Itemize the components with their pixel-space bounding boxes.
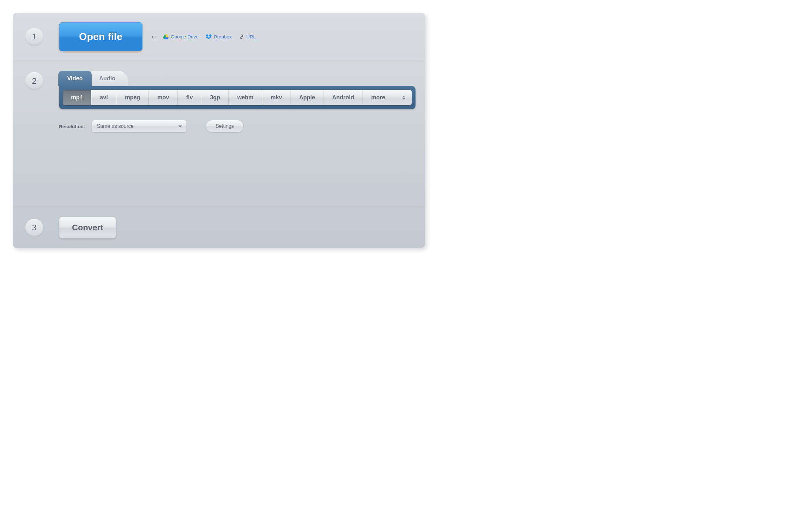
source-url[interactable]: URL: [239, 34, 256, 39]
open-file-button[interactable]: Open file: [59, 22, 142, 51]
or-label: or: [152, 34, 156, 39]
format-flv[interactable]: flv: [178, 90, 201, 105]
format-webm[interactable]: webm: [229, 90, 262, 105]
source-google-drive[interactable]: Google Drive: [163, 34, 199, 39]
resolution-select[interactable]: Same as source: [92, 120, 187, 133]
format-more-label: more: [371, 94, 385, 101]
media-type-tabs: Video Audio: [58, 71, 415, 86]
tab-video[interactable]: Video: [58, 71, 92, 86]
format-android[interactable]: Android: [323, 90, 362, 105]
svg-marker-7: [207, 37, 210, 39]
step-3-badge: 3: [25, 219, 43, 237]
dropbox-icon: [206, 34, 212, 39]
resolution-value: Same as source: [97, 123, 134, 129]
source-link-label: Dropbox: [214, 34, 232, 39]
sort-icon: [402, 96, 406, 99]
format-mp4[interactable]: mp4: [63, 90, 91, 105]
google-drive-icon: [163, 34, 169, 39]
step-3-section: 3 Convert: [13, 207, 425, 248]
step-1-section: 1 Open file or Google Drive: [13, 13, 425, 61]
format-apple[interactable]: Apple: [291, 90, 323, 105]
format-bar-container: mp4 avi mpeg mov flv 3gp webm mkv Apple …: [59, 86, 415, 109]
step-2-section: 2 Video Audio mp4 avi mpeg mov flv 3gp w…: [13, 61, 425, 207]
step-2-badge: 2: [25, 72, 43, 90]
svg-marker-4: [209, 34, 212, 36]
options-row: Resolution: Same as source Settings: [59, 120, 415, 133]
source-link-label: URL: [246, 34, 256, 39]
convert-button[interactable]: Convert: [59, 217, 116, 238]
settings-button[interactable]: Settings: [206, 120, 244, 133]
source-dropbox[interactable]: Dropbox: [206, 34, 232, 39]
format-mkv[interactable]: mkv: [262, 90, 291, 105]
converter-panel: 1 Open file or Google Drive: [13, 13, 425, 248]
svg-marker-3: [206, 34, 209, 36]
tab-audio[interactable]: Audio: [90, 71, 128, 86]
link-icon: [239, 34, 244, 39]
resolution-label: Resolution:: [59, 124, 85, 129]
format-more[interactable]: more: [362, 90, 412, 105]
format-3gp[interactable]: 3gp: [201, 90, 229, 105]
chevron-down-icon: [178, 125, 182, 127]
source-link-label: Google Drive: [171, 34, 199, 39]
step-1-badge: 1: [25, 28, 43, 46]
format-avi[interactable]: avi: [91, 90, 116, 105]
format-mov[interactable]: mov: [149, 90, 178, 105]
format-mpeg[interactable]: mpeg: [116, 90, 149, 105]
format-bar: mp4 avi mpeg mov flv 3gp webm mkv Apple …: [63, 90, 412, 105]
